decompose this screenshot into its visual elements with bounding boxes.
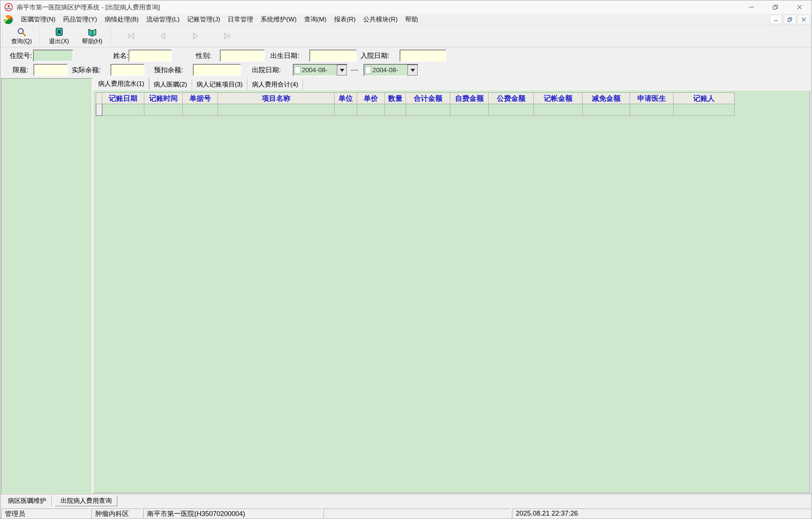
grid-cell[interactable] xyxy=(489,104,534,116)
grid-cell[interactable] xyxy=(406,104,450,116)
tab-doctor-orders[interactable]: 病人医嘱(2) xyxy=(149,79,192,90)
grid-cell[interactable] xyxy=(450,104,489,116)
tab-fee-flow[interactable]: 病人费用流水(1) xyxy=(93,77,149,90)
birth-date-input[interactable] xyxy=(309,50,357,62)
menu-item-daily[interactable]: 日常管理 xyxy=(224,14,257,25)
nav-next-button[interactable] xyxy=(184,28,206,44)
fee-flow-panel: 记账日期 记账时间 单据号 项目名称 单位 单价 数量 合计金额 自费金额 公费… xyxy=(93,90,810,493)
menu-item-help[interactable]: 帮助 xyxy=(401,14,422,25)
tab-fee-total[interactable]: 病人费用合计(4) xyxy=(247,79,303,90)
mdi-close-button[interactable] xyxy=(798,15,810,24)
col-header-quantity[interactable]: 数量 xyxy=(385,93,406,104)
discharge-date-from-picker[interactable]: 2004-08- xyxy=(293,64,348,76)
svg-text:?: ? xyxy=(93,30,95,35)
col-header-billing-clerk[interactable]: 记账人 xyxy=(674,93,735,104)
form-row-2: 限额: 实际余额: 预扣余额: 出院日期: 2004-08- --- 2004-… xyxy=(0,64,812,76)
nav-last-icon xyxy=(223,31,232,41)
date-enable-checkbox[interactable] xyxy=(365,66,371,74)
date-range-separator: --- xyxy=(351,64,359,76)
admission-no-label: 住院号: xyxy=(10,49,32,62)
menu-item-billing[interactable]: 记账管理(J) xyxy=(183,14,224,25)
status-ward: 肿瘤内科区 xyxy=(91,508,141,519)
grid-cell[interactable] xyxy=(218,104,335,116)
tab-discharged-fee-query[interactable]: 出院病人费用查询 xyxy=(55,495,117,506)
tab-billing-items[interactable]: 病人记账项目(3) xyxy=(192,79,248,90)
exit-button[interactable]: 退出(X) xyxy=(42,26,76,46)
col-header-billed-amount[interactable]: 记帐金额 xyxy=(534,93,583,104)
grid-empty-row[interactable] xyxy=(96,104,735,116)
col-header-total-amount[interactable]: 合计金额 xyxy=(406,93,450,104)
query-button[interactable]: 查询(Q) xyxy=(5,26,38,46)
status-hospital: 南平市第一医院(H35070200004) xyxy=(143,508,321,519)
fee-flow-grid: 记账日期 记账时间 单据号 项目名称 单位 单价 数量 合计金额 自费金额 公费… xyxy=(96,93,735,116)
date-enable-checkbox[interactable] xyxy=(294,66,301,74)
col-header-self-pay-amount[interactable]: 自费金额 xyxy=(450,93,489,104)
menu-item-maintenance[interactable]: 系统维护(W) xyxy=(257,14,300,25)
col-header-requesting-doctor[interactable]: 申请医生 xyxy=(630,93,674,104)
gender-input[interactable] xyxy=(220,50,265,62)
minimize-button[interactable] xyxy=(739,0,764,14)
tab-ward-order-maintenance[interactable]: 病区医嘱维护 xyxy=(3,495,52,506)
toolbar-separator xyxy=(40,27,41,45)
col-header-waived-amount[interactable]: 减免金额 xyxy=(583,93,630,104)
grid-header-row: 记账日期 记账时间 单据号 项目名称 单位 单价 数量 合计金额 自费金额 公费… xyxy=(96,93,735,104)
grid-cell[interactable] xyxy=(102,104,144,116)
col-header-unit[interactable]: 单位 xyxy=(335,93,357,104)
grid-cell[interactable] xyxy=(144,104,183,116)
nav-last-button[interactable] xyxy=(216,28,239,44)
grid-cell[interactable] xyxy=(183,104,218,116)
help-button[interactable]: ? 帮助(H) xyxy=(76,26,109,46)
record-navigator xyxy=(119,28,239,44)
mdi-restore-button[interactable] xyxy=(784,15,796,24)
admit-date-input[interactable] xyxy=(400,50,446,62)
admission-no-input[interactable] xyxy=(33,50,73,62)
menu-item-query[interactable]: 查询(M) xyxy=(300,14,330,25)
toolbar-separator xyxy=(2,27,3,45)
dropdown-button[interactable] xyxy=(408,65,418,76)
discharge-date-label: 出院日期: xyxy=(252,64,281,76)
grid-cell[interactable] xyxy=(674,104,735,116)
left-list-panel[interactable] xyxy=(1,78,92,494)
close-button[interactable] xyxy=(788,0,812,14)
grid-cell[interactable] xyxy=(534,104,583,116)
nav-previous-button[interactable] xyxy=(151,28,174,44)
col-header-receipt-no[interactable]: 单据号 xyxy=(183,93,218,104)
col-header-billing-time[interactable]: 记账时间 xyxy=(144,93,183,104)
form-row-1: 住院号: 姓名: 性别: 出生日期: 入院日期: xyxy=(0,49,812,62)
dropdown-button[interactable] xyxy=(337,65,347,76)
actual-balance-input[interactable] xyxy=(111,64,145,76)
menu-item-common-modules[interactable]: 公共模块(R) xyxy=(359,14,401,25)
admit-date-label: 入院日期: xyxy=(361,49,389,62)
chevron-down-icon xyxy=(340,69,344,72)
window-title: 南平市第一医院病区护理系统 - [出院病人费用查询] xyxy=(17,3,160,12)
col-header-unit-price[interactable]: 单价 xyxy=(357,93,385,104)
grid-cell[interactable] xyxy=(357,104,385,116)
col-header-billing-date[interactable]: 记账日期 xyxy=(102,93,144,104)
grid-cell[interactable] xyxy=(335,104,357,116)
menu-item-orders[interactable]: 医嘱管理(N) xyxy=(17,14,59,25)
menu-item-flow[interactable]: 流动管理(L) xyxy=(142,14,183,25)
row-selector-cell[interactable] xyxy=(96,104,102,116)
status-datetime: 2025.08.21 22:37:26 xyxy=(512,508,811,519)
nav-first-button[interactable] xyxy=(119,28,142,44)
menu-item-condition[interactable]: 病情处理(B) xyxy=(101,14,142,25)
mdi-minimize-button[interactable] xyxy=(770,15,782,24)
mdi-restore-icon xyxy=(787,17,793,23)
limit-input[interactable] xyxy=(33,64,68,76)
name-input[interactable] xyxy=(129,50,172,62)
withheld-balance-input[interactable] xyxy=(193,64,241,76)
menu-item-pharmacy[interactable]: 药品管理(Y) xyxy=(59,14,101,25)
grid-cell[interactable] xyxy=(385,104,406,116)
discharge-date-from-value: 2004-08- xyxy=(302,67,337,74)
col-header-public-pay-amount[interactable]: 公费金额 xyxy=(489,93,534,104)
search-icon xyxy=(17,27,27,37)
grid-cell[interactable] xyxy=(583,104,630,116)
gender-label: 性别: xyxy=(196,49,211,62)
col-header-item-name[interactable]: 项目名称 xyxy=(218,93,335,104)
exit-button-label: 退出(X) xyxy=(49,38,69,46)
discharge-date-to-picker[interactable]: 2004-08- xyxy=(364,64,418,76)
menu-item-reports[interactable]: 报表(R) xyxy=(330,14,359,25)
restore-button[interactable] xyxy=(764,0,788,14)
grid-cell[interactable] xyxy=(630,104,674,116)
help-button-label: 帮助(H) xyxy=(82,38,102,46)
